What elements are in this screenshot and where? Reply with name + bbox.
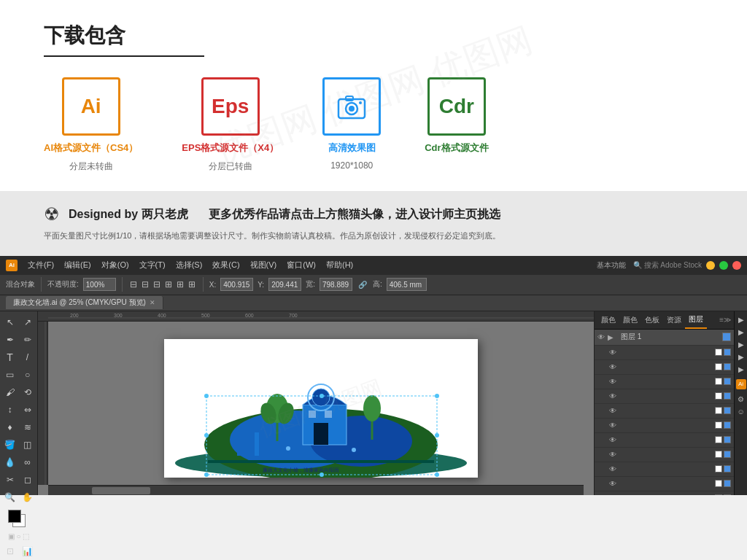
svg-text:600: 600 bbox=[245, 313, 254, 318]
close-btn[interactable] bbox=[732, 261, 741, 270]
scrollbar-horizontal[interactable] bbox=[48, 485, 584, 495]
menu-select[interactable]: 选择(S) bbox=[171, 258, 207, 272]
mirror-tool[interactable]: ⇔ bbox=[20, 402, 36, 418]
layer-row-7[interactable]: 👁 bbox=[595, 433, 734, 448]
eye-3[interactable]: 👁 bbox=[609, 378, 619, 386]
layer-row-4[interactable]: 👁 bbox=[595, 389, 734, 404]
align-center-icon[interactable]: ⊟ bbox=[140, 279, 150, 290]
rect-tool[interactable]: ▭ bbox=[2, 367, 18, 383]
arrow-right-2[interactable]: ▶ bbox=[737, 327, 746, 338]
blend-tool[interactable]: ∞ bbox=[20, 454, 36, 470]
eraser-tool[interactable]: ◻ bbox=[20, 472, 36, 488]
layer-row-2[interactable]: 👁 bbox=[595, 360, 734, 375]
align-left-icon[interactable]: ⊟ bbox=[128, 279, 139, 290]
menu-view[interactable]: 视图(V) bbox=[246, 258, 282, 272]
menu-effect[interactable]: 效果(C) bbox=[208, 258, 244, 272]
eyedropper-tool[interactable]: 💧 bbox=[2, 454, 18, 470]
eye-10[interactable]: 👁 bbox=[609, 480, 619, 488]
maximize-btn[interactable] bbox=[719, 261, 728, 270]
layer-row-1[interactable]: 👁 bbox=[595, 346, 734, 360]
brush-tool[interactable]: 🖌 bbox=[2, 384, 18, 400]
chart-tool-row: ⊡ 📊 bbox=[2, 543, 36, 559]
menu-file[interactable]: 文件(F) bbox=[23, 258, 58, 272]
layer-row-8[interactable]: 👁 bbox=[595, 448, 734, 462]
panel-tab-swatches[interactable]: 色板 bbox=[641, 312, 663, 328]
settings-icon[interactable]: ⚙ bbox=[736, 394, 746, 405]
eye-2[interactable]: 👁 bbox=[609, 363, 619, 371]
gradient-tool[interactable]: ◫ bbox=[20, 437, 36, 453]
layer-row-3[interactable]: 👁 bbox=[595, 375, 734, 389]
tab-name: 廉政文化墙.ai @ 25% (CMYK/GPU 预览) bbox=[13, 298, 146, 308]
eye-icon-l1[interactable]: 👁 bbox=[597, 333, 608, 341]
y-input[interactable] bbox=[268, 278, 301, 291]
tab-close-btn[interactable]: ✕ bbox=[150, 299, 155, 306]
eye-5[interactable]: 👁 bbox=[609, 407, 619, 415]
panel-expand-icon[interactable]: ≫ bbox=[724, 316, 731, 324]
menu-object[interactable]: 对象(O) bbox=[97, 258, 133, 272]
align-right-icon[interactable]: ⊟ bbox=[152, 279, 162, 290]
layer-row-6[interactable]: 👁 bbox=[595, 419, 734, 433]
svg-rect-30 bbox=[237, 438, 241, 456]
panel-tab-color2[interactable]: 颜色 bbox=[619, 312, 641, 328]
fill-tool[interactable]: 🪣 bbox=[2, 437, 18, 453]
arrow-right-1[interactable]: ▶ bbox=[737, 314, 746, 325]
panel-tab-assets[interactable]: 资源 bbox=[663, 312, 685, 328]
layer-1-header[interactable]: 👁 ▶ 图层 1 bbox=[595, 330, 734, 346]
h-input[interactable] bbox=[387, 278, 427, 291]
pencil-tool[interactable]: ✏ bbox=[20, 332, 36, 348]
chart-tool[interactable]: 📊 bbox=[20, 543, 36, 559]
width-tool[interactable]: ≋ bbox=[20, 419, 36, 435]
document-tab[interactable]: 廉政文化墙.ai @ 25% (CMYK/GPU 预览) ✕ bbox=[6, 296, 163, 309]
eye-9[interactable]: 👁 bbox=[609, 465, 619, 473]
panel-tab-layers[interactable]: 图层 bbox=[685, 311, 707, 329]
menu-edit[interactable]: 编辑(E) bbox=[60, 258, 96, 272]
text-tool[interactable]: T bbox=[2, 349, 18, 365]
eye-8[interactable]: 👁 bbox=[609, 451, 619, 459]
layer-row-9[interactable]: 👁 bbox=[595, 462, 734, 477]
smile-icon[interactable]: ☺ bbox=[735, 406, 746, 417]
eye-6[interactable]: 👁 bbox=[609, 421, 619, 429]
eye-4[interactable]: 👁 bbox=[609, 392, 619, 400]
ai-menu-bar[interactable]: 文件(F) 编辑(E) 对象(O) 文字(T) 选择(S) 效果(C) 视图(V… bbox=[23, 258, 591, 272]
opacity-input[interactable] bbox=[83, 278, 116, 291]
eye-11[interactable]: 👁 bbox=[609, 494, 619, 495]
arrow-right-5[interactable]: ▶ bbox=[737, 364, 746, 375]
eye-1[interactable]: 👁 bbox=[609, 349, 619, 357]
hand-tool[interactable]: ✋ bbox=[20, 489, 36, 505]
panel-tab-color1[interactable]: 颜色 bbox=[597, 312, 619, 328]
arrow-right-4[interactable]: ▶ bbox=[737, 351, 746, 362]
rotate-tool[interactable]: ⟲ bbox=[20, 384, 36, 400]
menu-text[interactable]: 文字(T) bbox=[135, 258, 170, 272]
fill-color[interactable] bbox=[8, 510, 21, 523]
align-bot-icon[interactable]: ⊞ bbox=[187, 279, 197, 290]
minimize-btn[interactable] bbox=[706, 261, 715, 270]
zoom-tool[interactable]: 🔍 bbox=[2, 489, 18, 505]
arrow-right-3[interactable]: ▶ bbox=[737, 339, 746, 350]
svg-point-41 bbox=[204, 433, 209, 438]
w-input[interactable] bbox=[320, 278, 352, 291]
ellipse-tool[interactable]: ○ bbox=[20, 367, 36, 383]
select-tool[interactable]: ↖ bbox=[2, 314, 18, 330]
menu-help[interactable]: 帮助(H) bbox=[322, 258, 357, 272]
scrollbar-thumb[interactable] bbox=[92, 487, 150, 494]
scale-tool[interactable]: ↕ bbox=[2, 402, 18, 418]
file-type-eps: Eps EPS格式源文件（X4） 分层已转曲 bbox=[182, 77, 279, 173]
layer-row-11[interactable]: 👁 bbox=[595, 491, 734, 495]
menu-window[interactable]: 窗口(W) bbox=[282, 258, 320, 272]
scissors-tool[interactable]: ✂ bbox=[2, 472, 18, 488]
eye-7[interactable]: 👁 bbox=[609, 436, 619, 444]
svg-text:廉政大文化小墙，清廉家风向阳而: 廉政大文化小墙，清廉家风向阳而 bbox=[263, 467, 339, 473]
layer-row-5[interactable]: 👁 bbox=[595, 404, 734, 419]
direct-select-tool[interactable]: ↗ bbox=[20, 314, 36, 330]
artboard-tool[interactable]: ⊡ bbox=[2, 543, 18, 559]
align-top-icon[interactable]: ⊞ bbox=[163, 279, 174, 290]
svg-text:400: 400 bbox=[158, 313, 166, 318]
align-mid-icon[interactable]: ⊞ bbox=[175, 279, 185, 290]
warp-tool[interactable]: ♦ bbox=[2, 419, 18, 435]
layer-color-8 bbox=[715, 451, 722, 458]
line-tool[interactable]: / bbox=[20, 349, 36, 365]
x-input[interactable] bbox=[220, 278, 253, 291]
layer-row-10[interactable]: 👁 bbox=[595, 477, 734, 491]
color-boxes bbox=[8, 510, 28, 530]
pen-tool[interactable]: ✒ bbox=[2, 332, 18, 348]
